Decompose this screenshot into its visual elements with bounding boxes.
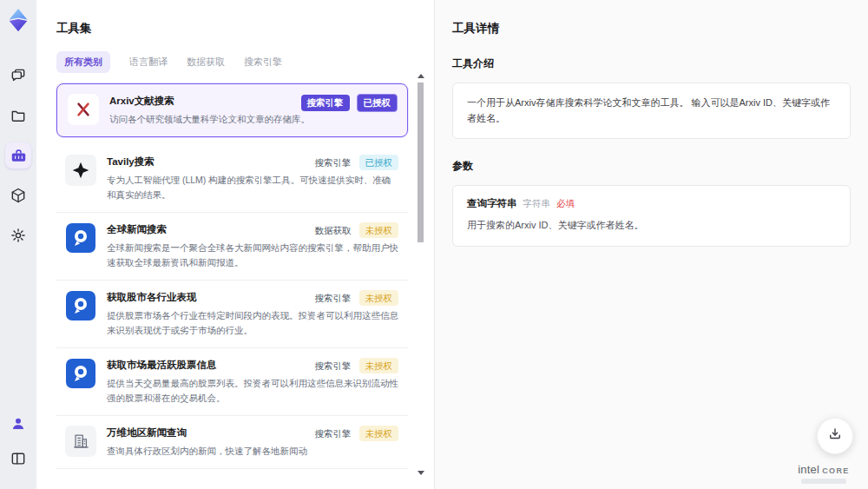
tool-card-3[interactable]: 获取股市各行业表现提供股票市场各个行业在特定时间段内的表现。投资者可以利用这些信… [56, 281, 408, 348]
tool-intro-box: 一个用于从Arxiv存储库搜索科学论文和文章的工具。 输入可以是Arxiv ID… [452, 83, 851, 139]
building-news-icon [65, 426, 96, 457]
parameter-type: 字符串 [523, 198, 551, 210]
category-badge: 数据获取 [314, 222, 352, 239]
user-icon [10, 415, 27, 433]
blue-q-app-icon [65, 290, 96, 321]
rail-item-files[interactable] [5, 102, 31, 129]
auth-status-badge: 未授权 [359, 290, 399, 307]
category-badge: 搜索引擎 [301, 95, 350, 111]
rail-item-settings[interactable] [5, 222, 31, 248]
chat-icon [10, 67, 27, 84]
auth-status-badge: 未授权 [359, 358, 399, 374]
rail-item-packages[interactable] [5, 182, 31, 208]
category-tab-3[interactable]: 搜索引擎 [244, 56, 282, 69]
core-wordmark: CORE [822, 466, 850, 475]
rail-top-items [5, 63, 31, 262]
briefcase-icon [10, 147, 28, 165]
download-button[interactable] [817, 418, 853, 454]
tool-card-0[interactable]: Arxiv文献搜索访问各个研究领域大量科学论文和文章的存储库。搜索引擎已授权 [56, 83, 408, 137]
rail-bottom-items [5, 411, 31, 480]
category-tabs: 所有类别语言翻译数据获取搜索引擎 [56, 51, 408, 73]
scrollbar-thumb[interactable] [418, 83, 424, 242]
tool-description: 查询具体行政区划内的新闻，快速了解各地新闻动 [107, 444, 399, 459]
intel-sub-badge [801, 479, 846, 484]
category-tab-1[interactable]: 语言翻译 [129, 56, 168, 69]
tavily-star-icon [65, 155, 96, 186]
tool-description: 专为人工智能代理 (LLM) 构建的搜索引擎工具。可快速提供实时、准确和真实的结… [107, 173, 399, 202]
tool-description: 提供股票市场各个行业在特定时间段内的表现。投资者可以利用这些信息来识别表现优于或… [107, 308, 399, 338]
parameter-required-badge: 必填 [556, 198, 575, 210]
rail-item-conversations[interactable] [5, 63, 31, 89]
auth-status-badge: 已授权 [357, 94, 398, 112]
tool-list: Arxiv文献搜索访问各个研究领域大量科学论文和文章的存储库。搜索引擎已授权 T… [56, 83, 408, 469]
category-badge: 搜索引擎 [314, 155, 352, 171]
parameter-card: 查询字符串 字符串 必填 用于搜索的Arxiv ID、关键字或作者姓名。 [452, 185, 851, 247]
toolset-panel: 工具集 所有类别语言翻译数据获取搜索引擎 Arxiv文献搜索访问各个研究领域大量… [36, 0, 434, 489]
detail-title: 工具详情 [452, 21, 851, 36]
auth-status-badge: 已授权 [359, 155, 399, 171]
tool-card-1[interactable]: Tavily搜索专为人工智能代理 (LLM) 构建的搜索引擎工具。可快速提供实时… [56, 145, 408, 213]
tool-badges: 搜索引擎未授权 [314, 426, 399, 442]
parameter-name: 查询字符串 [467, 197, 517, 210]
tool-badges: 搜索引擎已授权 [314, 155, 399, 171]
category-tab-2[interactable]: 数据获取 [187, 56, 225, 69]
category-badge: 搜索引擎 [314, 290, 352, 307]
scroll-up-arrow-icon[interactable] [418, 74, 424, 78]
arxiv-logo-icon [68, 94, 99, 125]
blue-q-app-icon [65, 358, 96, 389]
rail-item-toggle-panel[interactable] [5, 446, 31, 472]
tool-card-5[interactable]: 万维地区新闻查询查询具体行政区划内的新闻，快速了解各地新闻动搜索引擎未授权 [56, 416, 408, 469]
blue-q-app-icon [65, 222, 96, 254]
auth-status-badge: 未授权 [359, 426, 399, 442]
tool-badges: 搜索引擎未授权 [314, 290, 399, 307]
intro-heading: 工具介绍 [452, 56, 851, 71]
tool-description: 全球新闻搜索是一个聚合全球各大新闻网站内容的搜索引擎，帮助用户快速获取全球最新资… [107, 241, 399, 270]
tool-badges: 搜索引擎已授权 [301, 94, 398, 112]
icon-rail [0, 0, 36, 489]
intel-wordmark: intel [798, 463, 819, 476]
rail-item-account[interactable] [5, 411, 31, 437]
cube-icon [10, 187, 27, 204]
scroll-down-arrow-icon[interactable] [418, 471, 424, 475]
parameter-header: 查询字符串 字符串 必填 [467, 197, 836, 210]
tool-card-2[interactable]: 全球新闻搜索全球新闻搜索是一个聚合全球各大新闻网站内容的搜索引擎，帮助用户快速获… [56, 213, 408, 281]
category-badge: 搜索引擎 [314, 358, 352, 374]
brand-gem-logo[interactable] [5, 7, 31, 33]
rail-item-toolset[interactable] [5, 142, 31, 169]
list-scrollbar[interactable] [417, 74, 424, 475]
app-window: 工具集 所有类别语言翻译数据获取搜索引擎 Arxiv文献搜索访问各个研究领域大量… [0, 0, 868, 489]
tool-detail-panel: 工具详情 工具介绍 一个用于从Arxiv存储库搜索科学论文和文章的工具。 输入可… [434, 0, 868, 489]
tool-description: 访问各个研究领域大量科学论文和文章的存储库。 [109, 112, 398, 127]
toolset-title: 工具集 [56, 21, 408, 36]
auth-status-badge: 未授权 [359, 222, 399, 239]
tool-description: 提供当天交易量最高的股票列表。投资者可以利用这些信息来识别流动性强的股票和潜在的… [107, 376, 399, 406]
folder-icon [10, 107, 27, 124]
tool-badges: 数据获取未授权 [314, 222, 399, 239]
gear-icon [10, 227, 27, 244]
tool-badges: 搜索引擎未授权 [314, 358, 399, 374]
panel-icon [10, 450, 27, 467]
category-tab-0[interactable]: 所有类别 [56, 51, 110, 73]
intel-core-logo: intel CORE [791, 463, 857, 484]
category-badge: 搜索引擎 [314, 426, 352, 442]
download-icon [827, 426, 843, 446]
tool-card-4[interactable]: 获取市场最活跃股票信息提供当天交易量最高的股票列表。投资者可以利用这些信息来识别… [56, 348, 408, 416]
parameter-description: 用于搜索的Arxiv ID、关键字或作者姓名。 [467, 218, 836, 233]
params-heading: 参数 [452, 159, 851, 174]
